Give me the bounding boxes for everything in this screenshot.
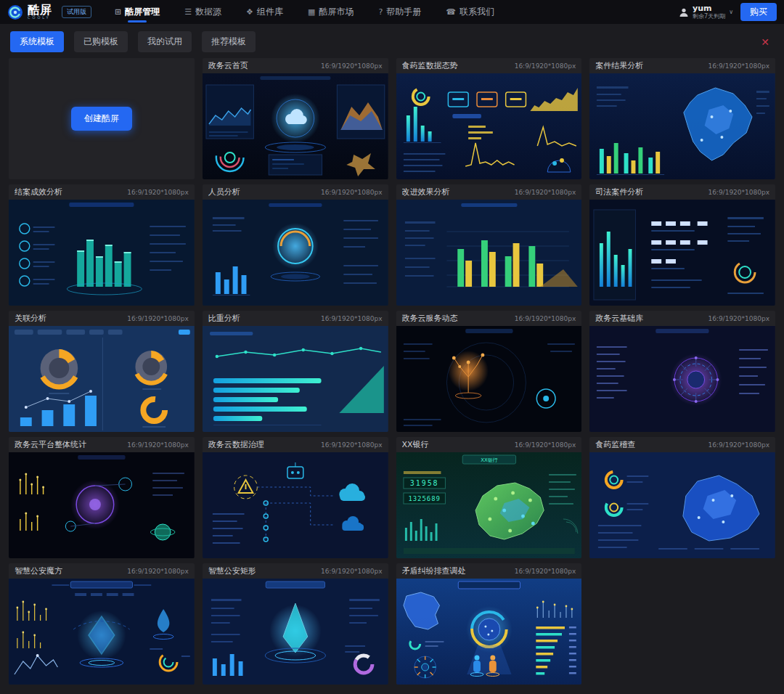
template-card[interactable]: 人员分析16:9/1920*1080px bbox=[203, 184, 388, 306]
template-card[interactable]: 智慧公安矩形16:9/1920*1080px bbox=[203, 563, 388, 685]
template-title: 智慧公安矩形 bbox=[208, 566, 256, 576]
template-card[interactable]: 政务云平台整体统计16:9/1920*1080px bbox=[9, 437, 195, 558]
template-thumbnail bbox=[589, 452, 775, 558]
template-thumbnail bbox=[203, 579, 388, 685]
database-icon: ☰ bbox=[184, 7, 192, 17]
template-thumbnail bbox=[396, 73, 582, 179]
template-size: 16:9/1920*1080px bbox=[321, 315, 383, 322]
template-size: 16:9/1920*1080px bbox=[127, 315, 189, 322]
chevron-down-icon: ∨ bbox=[729, 9, 733, 15]
template-title: 智慧公安魔方 bbox=[15, 566, 62, 576]
buy-button[interactable]: 购买 bbox=[740, 3, 777, 21]
template-size: 16:9/1920*1080px bbox=[515, 568, 576, 575]
top-navbar: 酷屏 COOLY 试用版 ⊞酷屏管理 ☰数据源 ❖组件库 ▦酷屏市场 ?帮助手册… bbox=[0, 0, 784, 24]
template-thumbnail bbox=[589, 73, 775, 179]
template-title: 比重分析 bbox=[208, 313, 240, 324]
template-card[interactable]: 政务云基础库16:9/1920*1080px bbox=[589, 311, 775, 432]
close-icon[interactable]: ✕ bbox=[761, 36, 774, 48]
template-thumbnail bbox=[203, 200, 388, 306]
user-avatar-icon bbox=[679, 7, 689, 17]
template-card[interactable]: 关联分析16:9/1920*1080px bbox=[9, 311, 195, 432]
template-card[interactable]: 政务云首页16:9/1920*1080px bbox=[203, 58, 388, 179]
template-thumbnail bbox=[589, 200, 775, 306]
template-thumbnail bbox=[9, 452, 195, 558]
template-title: 案件结果分析 bbox=[595, 60, 643, 71]
nav-item-help[interactable]: ?帮助手册 bbox=[378, 0, 421, 24]
template-card[interactable]: XX银行16:9/1920*1080px XX银行 31958 1325689 bbox=[396, 437, 582, 558]
create-screen-card[interactable]: 创建酷屏 bbox=[9, 58, 195, 179]
template-grid: 创建酷屏 政务云首页16:9/1920*1080px 食药监数据态势16:9/1… bbox=[0, 57, 784, 686]
template-size: 16:9/1920*1080px bbox=[321, 568, 383, 575]
template-card[interactable]: 食药监稽查16:9/1920*1080px bbox=[589, 437, 775, 558]
template-size: 16:9/1920*1080px bbox=[708, 189, 769, 196]
brand[interactable]: 酷屏 COOLY 试用版 bbox=[7, 4, 91, 20]
template-tabbar: 系统模板 已购模板 我的试用 推荐模板 ✕ bbox=[0, 24, 784, 57]
tab-my-trial[interactable]: 我的试用 bbox=[138, 31, 192, 52]
template-title: 关联分析 bbox=[15, 313, 46, 324]
template-thumbnail bbox=[396, 200, 582, 306]
template-thumbnail bbox=[203, 73, 388, 179]
template-title: 司法案件分析 bbox=[595, 187, 643, 197]
template-thumbnail bbox=[203, 326, 388, 432]
template-size: 16:9/1920*1080px bbox=[321, 189, 383, 196]
screens-icon: ⊞ bbox=[115, 7, 121, 17]
template-thumbnail bbox=[589, 326, 775, 432]
user-menu[interactable]: yum 剩余7天到期 ∨ bbox=[679, 4, 733, 20]
template-card[interactable]: 智慧公安魔方16:9/1920*1080px bbox=[9, 563, 195, 685]
template-size: 16:9/1920*1080px bbox=[127, 441, 189, 449]
nav-label: 酷屏市场 bbox=[319, 6, 354, 18]
cooly-logo-icon bbox=[7, 4, 23, 20]
template-title: 政务云平台整体统计 bbox=[15, 439, 86, 450]
nav-item-components[interactable]: ❖组件库 bbox=[246, 0, 283, 24]
template-title: XX银行 bbox=[402, 439, 429, 450]
template-size: 16:9/1920*1080px bbox=[515, 189, 576, 196]
template-title: 食药监数据态势 bbox=[402, 60, 458, 71]
template-card[interactable]: 结案成效分析16:9/1920*1080px bbox=[9, 184, 195, 306]
nav-item-datasource[interactable]: ☰数据源 bbox=[184, 0, 221, 24]
components-icon: ❖ bbox=[246, 7, 253, 17]
template-size: 16:9/1920*1080px bbox=[321, 441, 383, 449]
template-card[interactable]: 改进效果分析16:9/1920*1080px bbox=[396, 184, 582, 306]
nav-item-screens[interactable]: ⊞酷屏管理 bbox=[115, 0, 160, 24]
template-title: 改进效果分析 bbox=[402, 187, 450, 197]
nav-label: 酷屏管理 bbox=[125, 6, 160, 18]
template-card[interactable]: 政务云服务动态16:9/1920*1080px bbox=[396, 311, 582, 432]
nav-menu: ⊞酷屏管理 ☰数据源 ❖组件库 ▦酷屏市场 ?帮助手册 ☎联系我们 bbox=[115, 0, 494, 24]
template-card[interactable]: 比重分析16:9/1920*1080px bbox=[203, 311, 388, 432]
nav-item-market[interactable]: ▦酷屏市场 bbox=[308, 0, 354, 24]
tab-recommended-templates[interactable]: 推荐模板 bbox=[202, 31, 256, 52]
template-thumbnail: XX银行 31958 1325689 bbox=[396, 452, 582, 558]
bank-number-2: 1325689 bbox=[408, 495, 441, 502]
template-card[interactable]: 食药监数据态势16:9/1920*1080px bbox=[396, 58, 582, 179]
tab-purchased-templates[interactable]: 已购模板 bbox=[74, 31, 128, 52]
brand-subtitle: COOLY bbox=[28, 16, 52, 20]
create-screen-button[interactable]: 创建酷屏 bbox=[71, 107, 132, 131]
template-card[interactable]: 政务云数据治理16:9/1920*1080px bbox=[203, 437, 388, 558]
template-title: 食药监稽查 bbox=[595, 439, 635, 450]
nav-label: 帮助手册 bbox=[386, 6, 421, 18]
template-thumbnail bbox=[203, 452, 388, 558]
nav-label: 组件库 bbox=[257, 6, 283, 18]
template-title: 政务云首页 bbox=[208, 60, 248, 71]
tab-system-templates[interactable]: 系统模板 bbox=[10, 31, 64, 52]
template-thumbnail bbox=[396, 579, 582, 685]
template-size: 16:9/1920*1080px bbox=[321, 62, 383, 70]
trial-badge: 试用版 bbox=[62, 6, 91, 18]
template-size: 16:9/1920*1080px bbox=[127, 568, 189, 575]
template-size: 16:9/1920*1080px bbox=[127, 189, 189, 196]
user-trial-status: 剩余7天到期 bbox=[693, 13, 725, 20]
nav-label: 联系我们 bbox=[460, 6, 494, 18]
nav-item-contact[interactable]: ☎联系我们 bbox=[446, 0, 494, 24]
template-size: 16:9/1920*1080px bbox=[515, 441, 576, 449]
template-title: 结案成效分析 bbox=[15, 187, 62, 197]
template-thumbnail bbox=[9, 326, 195, 432]
market-icon: ▦ bbox=[308, 7, 315, 17]
template-card[interactable]: 司法案件分析16:9/1920*1080px bbox=[589, 184, 775, 306]
template-size: 16:9/1920*1080px bbox=[708, 62, 769, 70]
template-card[interactable]: 案件结果分析16:9/1920*1080px bbox=[589, 58, 775, 179]
template-thumbnail bbox=[396, 326, 582, 432]
template-card[interactable]: 矛盾纠纷排查调处16:9/1920*1080px bbox=[396, 563, 582, 685]
template-title: 矛盾纠纷排查调处 bbox=[402, 566, 466, 576]
template-title: 人员分析 bbox=[208, 187, 240, 197]
user-name: yum bbox=[693, 4, 725, 13]
